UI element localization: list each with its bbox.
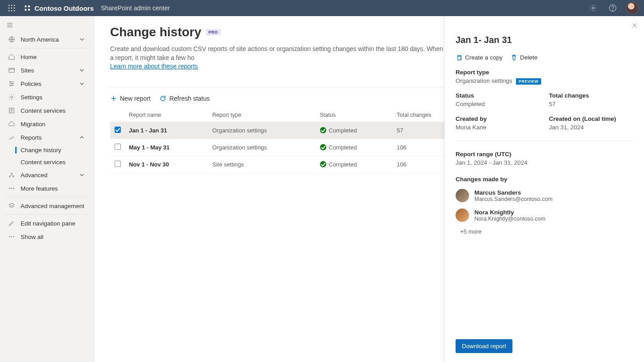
- nav-show-all[interactable]: Show all: [4, 230, 89, 243]
- svg-point-11: [25, 9, 27, 11]
- new-report-button[interactable]: New report: [110, 95, 150, 102]
- preview-badge: PREVIEW: [516, 78, 541, 85]
- app-launcher-icon[interactable]: [4, 0, 20, 16]
- detail-title: Jan 1- Jan 31: [456, 35, 633, 45]
- detail-pane: Jan 1- Jan 31 Create a copy Delete Repor…: [444, 16, 644, 362]
- nav-reports[interactable]: Reports: [4, 131, 89, 144]
- row-checkbox[interactable]: [115, 144, 121, 150]
- svg-point-31: [13, 236, 14, 237]
- status-value: Completed: [456, 101, 540, 107]
- row-checkbox[interactable]: [115, 127, 121, 133]
- nav-settings[interactable]: Settings: [4, 90, 89, 104]
- svg-point-5: [14, 8, 15, 9]
- nav-reports-content-services[interactable]: Content services: [4, 156, 89, 168]
- created-on-label: Created on (Local time): [549, 115, 634, 122]
- report-range-label: Report range (UTC): [456, 151, 633, 158]
- col-report-type[interactable]: Report type: [209, 108, 316, 122]
- total-changes-value: 57: [549, 101, 634, 107]
- admin-center-label: SharePoint admin center: [101, 4, 170, 12]
- col-report-name[interactable]: Report name: [125, 108, 209, 122]
- report-type-label: Report type: [456, 69, 633, 76]
- nav-home[interactable]: Home: [4, 50, 89, 64]
- svg-point-26: [9, 188, 10, 189]
- left-navigation: North America Home Sites Policies Settin…: [0, 16, 94, 362]
- nav-policies[interactable]: Policies: [4, 77, 89, 90]
- svg-point-3: [9, 8, 10, 9]
- delete-button[interactable]: Delete: [511, 54, 537, 61]
- person-email: Marcus.Sanders@contoso.com: [474, 196, 553, 202]
- svg-point-4: [11, 8, 13, 9]
- nav-edit-navigation[interactable]: Edit navigation pane: [4, 217, 89, 230]
- svg-point-9: [25, 5, 27, 8]
- person-avatar: [456, 189, 469, 202]
- nav-more-features[interactable]: More features: [4, 182, 89, 195]
- svg-point-29: [9, 236, 10, 237]
- download-report-button[interactable]: Download report: [456, 339, 512, 353]
- status-label: Status: [456, 92, 540, 99]
- person-email: Nora.Knightly@contoso.com: [474, 216, 546, 222]
- nav-advanced-management[interactable]: Advanced management: [4, 199, 89, 213]
- person-item: Marcus Sanders Marcus.Sanders@contoso.co…: [456, 189, 633, 202]
- row-checkbox[interactable]: [115, 161, 121, 167]
- nav-advanced[interactable]: Advanced: [4, 168, 89, 182]
- chevron-down-icon: [78, 80, 85, 87]
- changes-made-by-label: Changes made by: [456, 176, 633, 183]
- nav-region[interactable]: North America: [4, 33, 89, 46]
- user-avatar[interactable]: [626, 2, 639, 14]
- nav-sites[interactable]: Sites: [4, 64, 89, 77]
- main-content: Change history PRO Create and download c…: [94, 16, 644, 362]
- status-success-icon: [320, 144, 326, 150]
- svg-point-2: [14, 5, 15, 6]
- svg-point-12: [28, 9, 30, 11]
- page-title: Change history: [110, 25, 201, 39]
- pro-badge: PRO: [206, 29, 221, 35]
- svg-point-1: [11, 5, 13, 6]
- nav-content-services[interactable]: Content services: [4, 104, 89, 117]
- svg-point-21: [11, 96, 13, 98]
- svg-point-28: [13, 188, 14, 189]
- refresh-status-button[interactable]: Refresh status: [159, 95, 209, 102]
- more-people-link[interactable]: +5 more: [460, 228, 633, 235]
- status-success-icon: [320, 161, 326, 167]
- chevron-down-icon: [78, 36, 85, 43]
- created-by-label: Created by: [456, 115, 540, 122]
- col-status[interactable]: Status: [316, 108, 393, 122]
- brand[interactable]: Contoso Outdoors: [23, 4, 94, 12]
- top-header: Contoso Outdoors SharePoint admin center: [0, 0, 644, 16]
- chevron-down-icon: [78, 171, 85, 179]
- collapse-nav-icon[interactable]: [0, 19, 94, 33]
- report-type-value: Organization settingsPREVIEW: [456, 77, 633, 84]
- svg-point-0: [9, 5, 10, 6]
- created-by-value: Mona Kane: [456, 124, 540, 131]
- created-on-value: Jan 31, 2024: [549, 124, 634, 131]
- svg-point-27: [11, 188, 12, 189]
- brand-name: Contoso Outdoors: [34, 4, 94, 12]
- svg-point-7: [11, 10, 13, 12]
- report-range-value: Jan 1, 2024 - Jan 31, 2024: [456, 159, 633, 166]
- person-name: Nora Knightly: [474, 209, 546, 216]
- nav-region-label: North America: [21, 36, 59, 43]
- person-item: Nora Knightly Nora.Knightly@contoso.com: [456, 209, 633, 222]
- page-description: Create and download custom CSV reports o…: [110, 45, 477, 71]
- close-pane-button[interactable]: [631, 22, 638, 30]
- learn-more-link[interactable]: Learn more about these reports: [110, 63, 198, 70]
- svg-point-15: [612, 10, 613, 10]
- chevron-up-icon: [78, 134, 85, 141]
- settings-icon[interactable]: [585, 0, 601, 16]
- svg-point-10: [28, 5, 30, 8]
- svg-point-23: [11, 173, 13, 174]
- chevron-down-icon: [78, 67, 85, 74]
- create-copy-button[interactable]: Create a copy: [456, 54, 503, 61]
- person-name: Marcus Sanders: [474, 189, 553, 196]
- help-icon[interactable]: [605, 0, 621, 16]
- svg-point-8: [14, 10, 15, 12]
- nav-migration[interactable]: Migration: [4, 117, 89, 131]
- svg-point-13: [592, 7, 594, 9]
- person-avatar: [456, 209, 469, 222]
- svg-point-6: [9, 10, 10, 12]
- svg-point-30: [11, 236, 12, 237]
- svg-rect-17: [9, 68, 14, 72]
- total-changes-label: Total changes: [549, 92, 634, 99]
- nav-change-history[interactable]: Change history: [4, 144, 89, 156]
- status-success-icon: [320, 127, 326, 133]
